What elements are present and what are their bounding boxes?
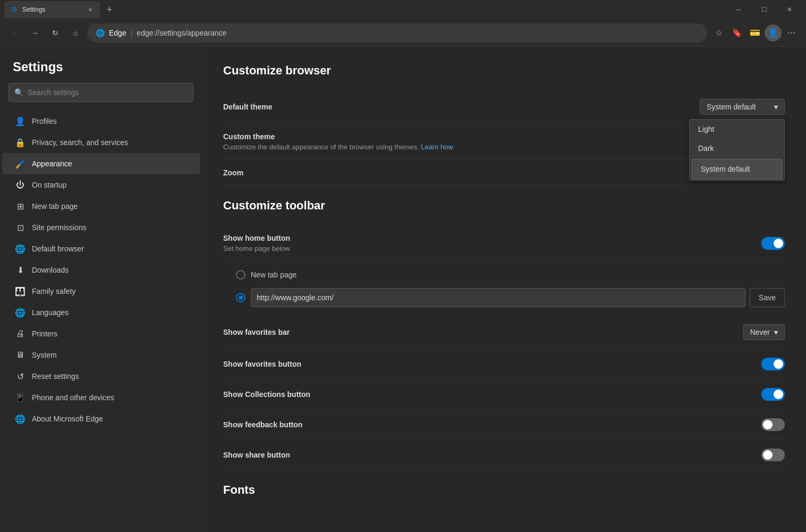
address-bar[interactable]: 🌐 Edge | edge://settings/appearance — [87, 23, 707, 43]
show-favorites-bar-row: Show favorites bar Never ▾ — [223, 316, 785, 349]
back-button[interactable]: ← — [6, 24, 23, 41]
show-feedback-button-toggle[interactable] — [761, 418, 785, 431]
default-theme-label-wrapper: Default theme — [223, 103, 273, 111]
titlebar: ⚙ Settings ✕ + ─ ☐ ✕ — [0, 0, 806, 19]
tab-area: ⚙ Settings ✕ + — [4, 1, 724, 18]
phone-icon: 📱 — [15, 392, 26, 403]
customize-browser-title: Customize browser — [223, 64, 785, 78]
search-input[interactable] — [28, 88, 188, 97]
settings-tab[interactable]: ⚙ Settings ✕ — [4, 1, 100, 18]
favorites-bar-value: Never — [750, 328, 770, 336]
theme-option-system[interactable]: System default — [692, 159, 782, 179]
phone-label: Phone and other devices — [32, 393, 114, 402]
show-home-toggle-knob — [774, 239, 783, 248]
sidebar-item-profiles[interactable]: 👤 Profiles — [2, 111, 200, 132]
profiles-icon: 👤 — [15, 116, 26, 126]
zoom-label: Zoom — [223, 168, 243, 177]
default-theme-dropdown[interactable]: System default ▾ — [700, 99, 785, 115]
sidebar-item-languages[interactable]: 🌐 Languages — [2, 302, 200, 323]
menu-icon[interactable]: ⋯ — [783, 24, 800, 41]
theme-option-light[interactable]: Light — [690, 120, 784, 139]
profile-button[interactable]: 👤 — [765, 24, 782, 41]
theme-option-dark[interactable]: Dark — [690, 139, 784, 158]
sidebar-item-reset[interactable]: ↺ Reset settings — [2, 366, 200, 387]
home-icon: ⌂ — [73, 29, 78, 37]
tab-close-button[interactable]: ✕ — [86, 5, 95, 14]
search-box[interactable]: 🔍 — [9, 83, 193, 102]
newtab-label: New tab page — [32, 202, 78, 210]
show-feedback-button-knob — [763, 420, 773, 429]
sidebar-item-phone[interactable]: 📱 Phone and other devices — [2, 387, 200, 408]
forward-icon: → — [31, 29, 39, 37]
content-area: Customize browser Default theme System d… — [202, 47, 806, 532]
show-collections-button-toggle[interactable] — [761, 388, 785, 401]
forward-button[interactable]: → — [27, 24, 44, 41]
show-favorites-button-knob — [774, 359, 783, 369]
restore-button[interactable]: ☐ — [752, 1, 776, 18]
startup-icon: ⏻ — [15, 180, 26, 190]
sidebar-item-permissions[interactable]: ⊡ Site permissions — [2, 217, 200, 238]
sidebar-item-privacy[interactable]: 🔒 Privacy, search, and services — [2, 132, 200, 153]
downloads-icon: ⬇ — [15, 265, 26, 275]
system-icon: 🖥 — [15, 350, 26, 360]
sidebar-item-defaultbrowser[interactable]: 🌐 Default browser — [2, 238, 200, 259]
radio-url[interactable] — [236, 293, 245, 302]
set-home-page-desc: Set home page below — [223, 244, 290, 252]
favorites-bar-dropdown[interactable]: Never ▾ — [743, 324, 785, 340]
sidebar-item-appearance[interactable]: 🖌️ Appearance — [2, 153, 200, 174]
sidebar-item-familysafety[interactable]: 👨‍👩‍👧 Family safety — [2, 281, 200, 302]
main-layout: Settings 🔍 👤 Profiles 🔒 Privacy, search,… — [0, 47, 806, 532]
show-favorites-button-toggle[interactable] — [761, 358, 785, 370]
sidebar-item-startup[interactable]: ⏻ On startup — [2, 174, 200, 196]
refresh-icon: ↻ — [52, 29, 58, 37]
default-theme-label: Default theme — [223, 103, 273, 111]
wallet-icon[interactable]: 💳 — [746, 24, 763, 41]
tab-title: Settings — [22, 6, 82, 13]
default-theme-row: Default theme System default ▾ Light Dar… — [223, 90, 785, 124]
new-tab-button[interactable]: + — [102, 2, 117, 17]
show-favorites-button-row: Show favorites button — [223, 349, 785, 379]
favorites-bar-chevron: ▾ — [774, 328, 778, 336]
familysafety-label: Family safety — [32, 287, 75, 295]
radio-new-tab[interactable] — [236, 270, 245, 280]
home-url-input[interactable] — [251, 288, 745, 307]
reset-icon: ↺ — [15, 371, 26, 382]
show-home-toggle[interactable] — [761, 237, 785, 250]
printers-label: Printers — [32, 330, 57, 338]
sidebar-title: Settings — [0, 60, 202, 74]
sidebar-item-newtab[interactable]: ⊞ New tab page — [2, 196, 200, 217]
show-home-button-row: Show home button Set home page below — [223, 225, 785, 261]
sidebar-item-system[interactable]: 🖥 System — [2, 344, 200, 366]
close-button[interactable]: ✕ — [777, 1, 802, 18]
radio-new-tab-item: New tab page — [236, 266, 785, 284]
show-feedback-button-label: Show feedback button — [223, 420, 302, 429]
learn-how-link[interactable]: Learn how — [421, 143, 453, 151]
collections-icon[interactable]: 🔖 — [728, 24, 745, 41]
appearance-icon: 🖌️ — [15, 158, 26, 169]
show-share-button-toggle[interactable] — [761, 449, 785, 461]
address-edge-label: Edge — [109, 29, 126, 37]
radio-new-tab-label: New tab page — [251, 271, 296, 279]
back-icon: ← — [11, 29, 19, 37]
show-collections-button-label: Show Collections button — [223, 390, 310, 399]
toolbar-icons: ☆ 🔖 💳 👤 ⋯ — [710, 24, 800, 41]
privacy-label: Privacy, search, and services — [32, 138, 128, 147]
privacy-icon: 🔒 — [15, 137, 26, 148]
about-label: About Microsoft Edge — [32, 415, 103, 423]
sidebar-item-about[interactable]: 🌐 About Microsoft Edge — [2, 408, 200, 429]
address-path: edge://settings/appearance — [137, 29, 226, 37]
default-theme-dropdown-wrapper: System default ▾ Light Dark System defau… — [700, 99, 785, 115]
sidebar-item-printers[interactable]: 🖨 Printers — [2, 323, 200, 344]
custom-theme-desc: Customize the default appearance of the … — [223, 143, 453, 151]
startup-label: On startup — [32, 181, 66, 189]
permissions-label: Site permissions — [32, 223, 87, 232]
appearance-label: Appearance — [32, 159, 72, 168]
sidebar-item-downloads[interactable]: ⬇ Downloads — [2, 259, 200, 281]
reset-label: Reset settings — [32, 372, 79, 381]
refresh-button[interactable]: ↻ — [47, 24, 64, 41]
minimize-button[interactable]: ─ — [726, 1, 751, 18]
show-share-button-knob — [763, 450, 773, 460]
save-home-url-button[interactable]: Save — [750, 288, 785, 307]
home-button[interactable]: ⌂ — [67, 24, 84, 41]
favorites-icon[interactable]: ☆ — [710, 24, 727, 41]
